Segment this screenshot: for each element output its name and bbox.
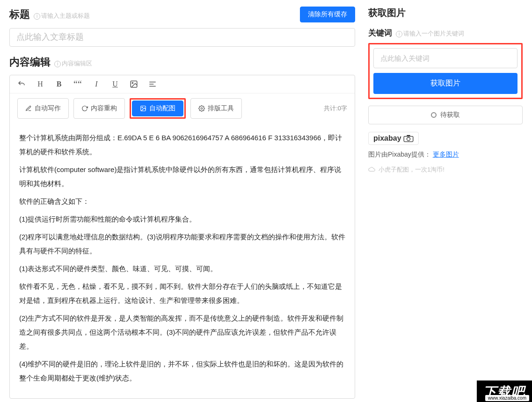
clear-cache-button[interactable]: 清除所有缓存	[300, 7, 355, 22]
title-label: 标题	[9, 7, 30, 22]
keyword-sub: 请输入一个图片关键词	[403, 30, 464, 37]
action-toolbar: 自动写作 内容重构 自动配图 排版工具	[10, 93, 355, 123]
image-icon[interactable]	[130, 80, 138, 88]
content-sub: 内容编辑区	[62, 60, 92, 67]
auto-image-button[interactable]: 自动配图	[132, 100, 183, 116]
info-icon: i	[396, 31, 402, 37]
content-paragraph: 软件看不见，无色，枯燥，看不见，摸不到，闻不到。软件大部分存在于人们的头脑或纸上…	[19, 280, 345, 308]
title-sub: 请输入主题或标题	[41, 12, 90, 19]
circle-icon	[431, 112, 437, 118]
info-icon: i	[34, 13, 40, 20]
content-paragraph: 整个计算机系统由两部分组成：E.69DA 5 E 6 BA 9062616964…	[19, 131, 345, 159]
word-count: 共计:0字	[324, 104, 347, 113]
content-paragraph: (2)生产方式不同的软件是开发，是人类智能的高发挥，而不是传统意义上的硬件制造。…	[19, 311, 345, 353]
svg-point-7	[201, 108, 203, 109]
auto-image-highlight: 自动配图	[130, 98, 186, 119]
svg-point-9	[407, 137, 410, 141]
content-paragraph: (4)维护不同的硬件是旧的，理论上软件是旧的，并不坏，但实际上软件也是旧的和坏的…	[19, 357, 345, 385]
layout-tool-button[interactable]: 排版工具	[190, 98, 242, 119]
content-paragraph: (1)提供运行时所需功能和性能的命令或计算机程序集合。	[19, 212, 345, 226]
heading-icon[interactable]: H	[36, 80, 44, 88]
content-label: 内容编辑	[9, 55, 51, 69]
align-left-icon[interactable]	[148, 80, 157, 88]
content-paragraph: (1)表达形式不同的硬件类型、颜色、味道、可见、可摸、可闻。	[19, 262, 345, 276]
provider-line: 图片由Pixabay提供： 更多图片	[368, 151, 523, 159]
info-icon: i	[54, 61, 61, 67]
underline-icon[interactable]: U	[111, 80, 119, 88]
restructure-button[interactable]: 内容重构	[73, 98, 125, 119]
watermark-url: www.xiazaiba.com	[485, 395, 529, 401]
pending-button[interactable]: 待获取	[368, 106, 523, 124]
cloud-icon	[368, 167, 376, 172]
title-section-header: 标题 i请输入主题或标题 清除所有缓存	[9, 7, 355, 22]
fetch-image-button[interactable]: 获取图片	[373, 73, 517, 94]
pixabay-badge: pixabay	[368, 132, 419, 145]
tip-line: 小虎子配图，一次1淘币!	[368, 165, 523, 174]
editor-box: H B ““ I U 自动写作	[9, 75, 355, 399]
more-images-link[interactable]: 更多图片	[433, 151, 459, 158]
camera-icon	[403, 135, 414, 142]
format-toolbar: H B ““ I U	[10, 75, 355, 93]
undo-icon[interactable]	[17, 80, 26, 88]
bold-icon[interactable]: B	[55, 80, 63, 88]
keyword-highlight-box: 获取图片	[368, 43, 523, 99]
svg-point-1	[132, 82, 133, 83]
keyword-input[interactable]	[373, 48, 517, 68]
svg-rect-10	[407, 135, 410, 136]
editor-content[interactable]: 整个计算机系统由两部分组成：E.69DA 5 E 6 BA 9062616964…	[10, 123, 355, 398]
keyword-label: 关键词	[368, 28, 392, 38]
content-paragraph: 软件的正确含义如下：	[19, 194, 345, 208]
content-paragraph: (2)程序可以满意地处理信息的数据结构。(3)说明程序功能要求和程序需要的文档的…	[19, 230, 345, 258]
fetch-image-title: 获取图片	[368, 7, 523, 19]
quote-icon[interactable]: ““	[73, 80, 82, 88]
auto-write-button[interactable]: 自动写作	[17, 98, 69, 119]
content-paragraph: 计算机软件(computer software)是指计算机系统中除硬件以外的所有…	[19, 163, 345, 191]
article-title-input[interactable]	[9, 28, 355, 47]
italic-icon[interactable]: I	[92, 80, 101, 88]
svg-point-6	[142, 107, 143, 108]
